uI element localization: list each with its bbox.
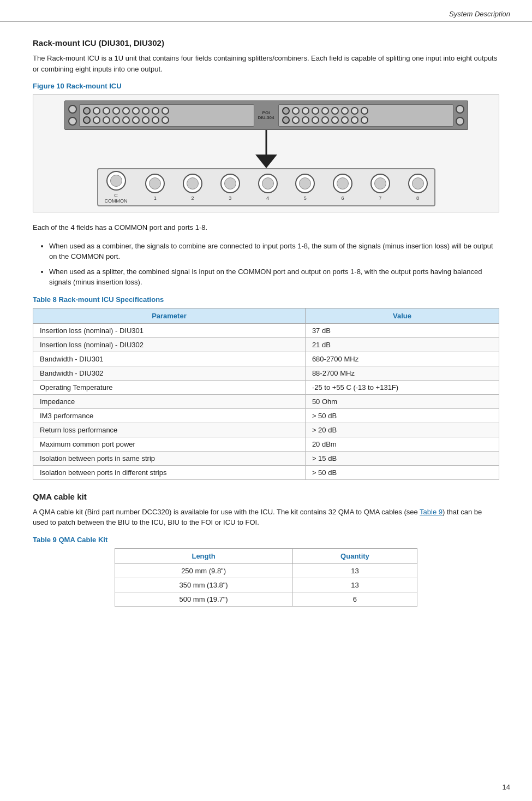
- field2-p3: [312, 107, 319, 115]
- bottom-common-inner: [110, 175, 122, 187]
- bottom-port4-label: 4: [266, 195, 269, 201]
- bottom-port2-group: 2: [183, 174, 202, 201]
- bottom-port2-inner: [187, 177, 199, 189]
- table-row: Maximum common port power20 dBm: [33, 437, 499, 451]
- table-cell: Maximum common port power: [33, 437, 306, 451]
- field1-p3: [112, 107, 120, 115]
- table-cell: IM3 performance: [33, 408, 306, 423]
- table-row: Isolation between ports in same strip> 1…: [33, 451, 499, 465]
- bottom-port4: [258, 174, 278, 193]
- field2b-common: [282, 116, 290, 124]
- table-cell: 37 dB: [305, 323, 499, 337]
- field2-p4: [321, 107, 329, 115]
- field2-p2: [302, 107, 309, 115]
- field1-p8: [162, 107, 169, 115]
- spec-table-header-param: Parameter: [33, 308, 306, 323]
- field1b-p5: [132, 116, 140, 124]
- bullet-item-2: When used as a splitter, the combined si…: [49, 266, 499, 288]
- table9-link[interactable]: Table 9: [420, 508, 443, 516]
- bottom-port7-inner: [374, 177, 386, 189]
- table-cell: Isolation between ports in different str…: [33, 465, 306, 479]
- bottom-port3: [220, 174, 240, 193]
- table-row: Bandwidth - DIU30288-2700 MHz: [33, 366, 499, 380]
- bottom-port8: [408, 174, 428, 193]
- table-cell: 350 mm (13.8"): [115, 578, 292, 592]
- field1b-p7: [152, 116, 159, 124]
- table-cell: > 15 dB: [305, 451, 499, 465]
- bullet-item-1: When used as a combiner, the signals to …: [49, 241, 499, 262]
- bottom-port6-inner: [337, 177, 349, 189]
- spec-table-header-row: Parameter Value: [33, 308, 499, 323]
- bottom-port3-inner: [224, 177, 236, 189]
- field2b-p8: [361, 116, 368, 124]
- bottom-port1-label: 1: [154, 195, 157, 201]
- field1-p7: [152, 107, 159, 115]
- bottom-port5: [295, 174, 315, 193]
- left-end-port-top: [68, 105, 77, 114]
- field2-p5: [331, 107, 339, 115]
- table-cell: Operating Temperature: [33, 380, 306, 394]
- bottom-port1-inner: [149, 177, 161, 189]
- bottom-port2-label: 2: [191, 195, 194, 201]
- field2b-p2: [302, 116, 309, 124]
- table-row: Impedance50 Ohm: [33, 394, 499, 408]
- field2b-p5: [331, 116, 339, 124]
- field2-common: [282, 107, 290, 115]
- table-row: IM3 performance> 50 dB: [33, 408, 499, 423]
- spec-table: Parameter Value Insertion loss (nominal)…: [33, 308, 499, 480]
- field1b-common: [83, 116, 91, 124]
- bottom-port3-group: 3: [220, 174, 240, 201]
- table-cell: Impedance: [33, 394, 306, 408]
- bottom-port8-group: 8: [408, 174, 428, 201]
- fields-description: Each of the 4 fields has a COMMON port a…: [33, 222, 499, 233]
- table-cell: -25 to +55 C (-13 to +131F): [305, 380, 499, 394]
- table-cell: 21 dB: [305, 337, 499, 352]
- table8-title: Table 8 Rack-mount ICU Specifications: [33, 295, 499, 304]
- table-cell: 250 mm (9.8"): [115, 563, 292, 578]
- table-row: Bandwidth - DIU301680-2700 MHz: [33, 352, 499, 366]
- right-end-port-top: [456, 105, 464, 114]
- page-number: 14: [503, 783, 510, 791]
- table-row: 500 mm (19.7")6: [115, 592, 417, 606]
- field2-p7: [351, 107, 358, 115]
- table-cell: 50 Ohm: [305, 394, 499, 408]
- table-cell: Isolation between ports in same strip: [33, 451, 306, 465]
- bottom-common-group: CCOMMON: [105, 171, 128, 204]
- cable-table-body: 250 mm (9.8")13350 mm (13.8")13500 mm (1…: [115, 563, 417, 606]
- icu-top-unit: POI DIU-304: [64, 100, 468, 130]
- icu-field-2: [278, 104, 453, 127]
- qma-body: A QMA cable kit (Bird part number DCC320…: [33, 507, 499, 528]
- figure10-title: Figure 10 Rack-mount ICU: [33, 82, 499, 90]
- qma-title: QMA cable kit: [33, 492, 499, 501]
- table-cell: Bandwidth - DIU301: [33, 352, 306, 366]
- bottom-port4-group: 4: [258, 174, 278, 201]
- arrow-container: [64, 130, 468, 168]
- field1-p1: [93, 107, 100, 115]
- table-cell: > 50 dB: [305, 465, 499, 479]
- field1b-p1: [93, 116, 100, 124]
- bottom-port1: [145, 174, 165, 193]
- table-row: Return loss performance> 20 dB: [33, 423, 499, 437]
- bottom-port5-inner: [299, 177, 311, 189]
- bottom-port5-group: 5: [295, 174, 315, 201]
- figure10: POI DIU-304: [33, 94, 499, 212]
- bottom-port6: [333, 174, 352, 193]
- table-cell: 13: [292, 578, 417, 592]
- bottom-port6-label: 6: [341, 195, 344, 201]
- bottom-port6-group: 6: [333, 174, 352, 201]
- table-cell: Insertion loss (nominal) - DIU302: [33, 337, 306, 352]
- field2b-p3: [312, 116, 319, 124]
- bullet-list: When used as a combiner, the signals to …: [49, 241, 499, 288]
- icu-bottom-unit: CCOMMON 1 2 3: [97, 168, 435, 206]
- header-title: System Description: [449, 10, 510, 18]
- table-cell: 680-2700 MHz: [305, 352, 499, 366]
- table-cell: 6: [292, 592, 417, 606]
- down-arrow-icon: [244, 130, 288, 168]
- table-row: Insertion loss (nominal) - DIU30137 dB: [33, 323, 499, 337]
- qma-body-text1: A QMA cable kit (Bird part number DCC320…: [33, 508, 420, 516]
- bottom-port4-inner: [262, 177, 274, 189]
- table-cell: Return loss performance: [33, 423, 306, 437]
- field1b-p4: [122, 116, 130, 124]
- field1-p6: [142, 107, 150, 115]
- table-cell: 500 mm (19.7"): [115, 592, 292, 606]
